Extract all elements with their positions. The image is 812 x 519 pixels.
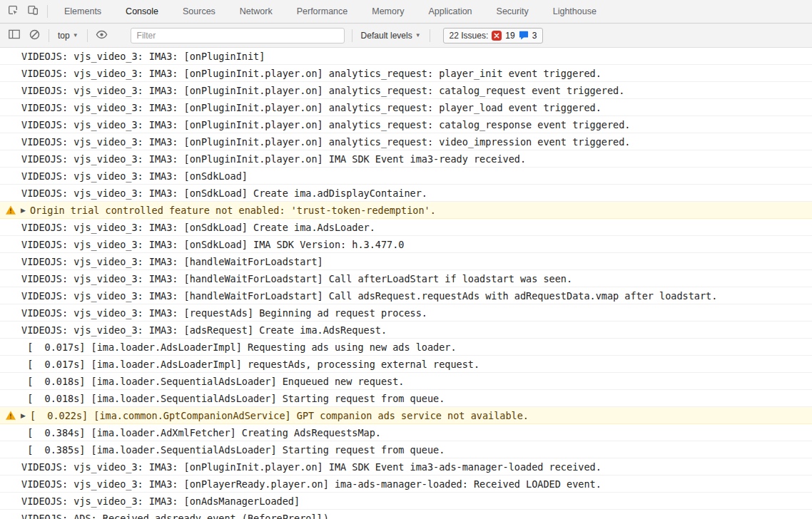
- console-log-row: VIDEOJS: vjs_video_3: IMA3: [onSdkLoad] …: [0, 185, 812, 202]
- console-message-text: VIDEOJS: vjs_video_3: IMA3: [requestAds]…: [21, 307, 427, 319]
- tab-lighthouse[interactable]: Lighthouse: [541, 0, 609, 23]
- console-log-row: [ 0.018s] [ima.loader.SequentialAdsLoade…: [0, 390, 812, 407]
- console-log-row: VIDEOJS: vjs_video_3: IMA3: [onPluginIni…: [0, 65, 812, 82]
- filter-input[interactable]: [131, 28, 345, 43]
- toolbar-divider: [47, 5, 48, 18]
- console-message-text: [ 0.017s] [ima.loader.AdsLoaderImpl] req…: [21, 359, 479, 370]
- console-log-row: VIDEOJS: vjs_video_3: IMA3: [onPlayerRea…: [0, 476, 812, 493]
- console-message-text: VIDEOJS: vjs_video_3: IMA3: [onPluginIni…: [21, 153, 526, 165]
- warning-icon: [6, 205, 16, 215]
- tab-elements[interactable]: Elements: [52, 0, 113, 23]
- console-message-text: VIDEOJS: vjs_video_3: IMA3: [onPluginIni…: [21, 136, 630, 148]
- console-log-row: VIDEOJS: vjs_video_3: IMA3: [onPluginIni…: [0, 99, 812, 116]
- clear-console-icon: [29, 29, 40, 42]
- device-toolbar-button[interactable]: [23, 2, 43, 21]
- console-log-row: VIDEOJS: ADS: Received adsready event (B…: [0, 510, 812, 519]
- console-warning-row: ▶Origin trial controlled feature not ena…: [0, 202, 812, 219]
- toolbar-divider: [49, 29, 49, 42]
- console-toolbar: top ▼ Default levels ▼ 22 Issues:: [0, 24, 812, 48]
- chevron-down-icon: ▼: [415, 32, 421, 38]
- expand-triangle-icon[interactable]: ▶: [21, 412, 26, 419]
- console-sidebar-toggle[interactable]: [4, 26, 24, 45]
- console-message-text: VIDEOJS: vjs_video_3: IMA3: [onPlayerRea…: [21, 478, 602, 490]
- expand-triangle-icon[interactable]: ▶: [21, 207, 26, 214]
- toolbar-divider: [87, 29, 88, 42]
- console-warning-row: ▶[ 0.022s] [ima.common.GptCompanionAdSer…: [0, 407, 812, 424]
- console-message-text: VIDEOJS: vjs_video_3: IMA3: [onPluginIni…: [21, 85, 624, 96]
- console-log-row: VIDEOJS: vjs_video_3: IMA3: [onPluginIni…: [0, 150, 812, 168]
- console-message-text: VIDEOJS: vjs_video_3: IMA3: [onPluginIni…: [21, 68, 602, 79]
- console-log-row: VIDEOJS: vjs_video_3: IMA3: [onPluginIni…: [0, 116, 812, 133]
- console-message-text: VIDEOJS: vjs_video_3: IMA3: [onSdkLoad] …: [21, 239, 404, 250]
- console-log-row: [ 0.018s] [ima.loader.SequentialAdsLoade…: [0, 373, 812, 390]
- console-log-row: [ 0.017s] [ima.loader.AdsLoaderImpl] req…: [0, 356, 812, 373]
- console-message-text: [ 0.018s] [ima.loader.SequentialAdsLoade…: [21, 393, 445, 404]
- console-log-row: VIDEOJS: vjs_video_3: IMA3: [onPluginIni…: [0, 82, 812, 99]
- console-log-row: VIDEOJS: vjs_video_3: IMA3: [handleWaitF…: [0, 270, 812, 287]
- tab-security[interactable]: Security: [484, 0, 541, 23]
- live-expression-button[interactable]: [92, 26, 112, 45]
- console-message-text: VIDEOJS: vjs_video_3: IMA3: [onPluginIni…: [21, 119, 630, 130]
- console-log-row: VIDEOJS: vjs_video_3: IMA3: [onSdkLoad] …: [0, 236, 812, 253]
- console-log-row: VIDEOJS: vjs_video_3: IMA3: [onAdsManage…: [0, 493, 812, 510]
- toolbar-divider: [430, 29, 430, 42]
- chevron-down-icon: ▼: [73, 32, 78, 38]
- console-message-text: VIDEOJS: vjs_video_3: IMA3: [handleWaitF…: [21, 290, 717, 302]
- console-message-text: VIDEOJS: ADS: Received adsready event (B…: [21, 513, 329, 519]
- log-level-selector[interactable]: Default levels ▼: [357, 31, 425, 41]
- warning-icon: [6, 411, 16, 420]
- javascript-context-selector[interactable]: top ▼: [54, 31, 83, 41]
- error-count: 19: [505, 31, 514, 41]
- console-message-text: [ 0.384s] [ima.loader.AdXmlFetcher] Crea…: [21, 427, 381, 438]
- console-log-row: [ 0.384s] [ima.loader.AdXmlFetcher] Crea…: [0, 424, 812, 441]
- console-message-text: [ 0.385s] [ima.loader.SequentialAdsLoade…: [21, 444, 445, 456]
- console-log-row: VIDEOJS: vjs_video_3: IMA3: [requestAds]…: [0, 304, 812, 322]
- tab-memory[interactable]: Memory: [360, 0, 416, 23]
- console-log-row: VIDEOJS: vjs_video_3: IMA3: [adsRequest]…: [0, 322, 812, 339]
- console-log-row: VIDEOJS: vjs_video_3: IMA3: [onPluginIni…: [0, 48, 812, 65]
- console-message-text: VIDEOJS: vjs_video_3: IMA3: [onPluginIni…: [21, 102, 602, 113]
- console-log-row: VIDEOJS: vjs_video_3: IMA3: [onSdkLoad] …: [0, 219, 812, 236]
- log-level-label: Default levels: [361, 31, 412, 41]
- console-message-text: VIDEOJS: vjs_video_3: IMA3: [adsRequest]…: [21, 324, 387, 336]
- issues-counter[interactable]: 22 Issues: 19 3: [443, 28, 544, 43]
- main-toolbar: ElementsConsoleSourcesNetworkPerformance…: [0, 0, 812, 24]
- inspect-icon: [7, 4, 19, 19]
- console-log-row: [ 0.385s] [ima.loader.SequentialAdsLoade…: [0, 441, 812, 458]
- tab-application[interactable]: Application: [416, 0, 484, 23]
- console-sidebar-icon: [9, 29, 20, 41]
- tab-network[interactable]: Network: [228, 0, 285, 23]
- console-log-row: VIDEOJS: vjs_video_3: IMA3: [onPluginIni…: [0, 458, 812, 476]
- console-message-text: VIDEOJS: vjs_video_3: IMA3: [onSdkLoad] …: [21, 222, 375, 233]
- console-message-text: VIDEOJS: vjs_video_3: IMA3: [onPluginIni…: [21, 51, 265, 62]
- devtools-window: ElementsConsoleSourcesNetworkPerformance…: [0, 0, 812, 519]
- console-message-text: VIDEOJS: vjs_video_3: IMA3: [onSdkLoad] …: [21, 187, 427, 199]
- context-label: top: [58, 31, 70, 41]
- console-message-text: [ 0.022s] [ima.common.GptCompanionAdServ…: [30, 410, 529, 421]
- inspect-element-button[interactable]: [3, 2, 23, 21]
- tab-performance[interactable]: Performance: [285, 0, 360, 23]
- message-count: 3: [532, 31, 537, 41]
- console-log-row: VIDEOJS: vjs_video_3: IMA3: [onPluginIni…: [0, 133, 812, 150]
- toolbar-divider: [352, 29, 352, 42]
- console-message-text: [ 0.017s] [ima.loader.AdsLoaderImpl] Req…: [21, 341, 457, 353]
- console-messages[interactable]: VIDEOJS: vjs_video_3: IMA3: [onPluginIni…: [0, 48, 812, 519]
- console-log-row: VIDEOJS: vjs_video_3: IMA3: [onSdkLoad]: [0, 168, 812, 185]
- panel-tabs: ElementsConsoleSourcesNetworkPerformance…: [52, 0, 609, 23]
- console-message-text: VIDEOJS: vjs_video_3: IMA3: [handleWaitF…: [21, 256, 323, 267]
- eye-icon: [96, 29, 108, 43]
- message-badge-icon: [519, 31, 529, 40]
- error-badge-icon: [492, 31, 502, 41]
- issues-label: 22 Issues:: [450, 31, 489, 41]
- clear-console-button[interactable]: [24, 26, 44, 45]
- tab-sources[interactable]: Sources: [171, 0, 228, 23]
- tab-console[interactable]: Console: [113, 0, 171, 23]
- console-message-text: [ 0.018s] [ima.loader.SequentialAdsLoade…: [21, 376, 404, 387]
- console-message-text: VIDEOJS: vjs_video_3: IMA3: [onSdkLoad]: [21, 170, 248, 182]
- console-log-row: VIDEOJS: vjs_video_3: IMA3: [handleWaitF…: [0, 253, 812, 270]
- console-message-text: VIDEOJS: vjs_video_3: IMA3: [handleWaitF…: [21, 273, 572, 284]
- console-log-row: VIDEOJS: vjs_video_3: IMA3: [handleWaitF…: [0, 287, 812, 304]
- console-log-row: [ 0.017s] [ima.loader.AdsLoaderImpl] Req…: [0, 339, 812, 356]
- console-message-text: VIDEOJS: vjs_video_3: IMA3: [onPluginIni…: [21, 461, 602, 473]
- console-message-text: VIDEOJS: vjs_video_3: IMA3: [onAdsManage…: [21, 495, 300, 507]
